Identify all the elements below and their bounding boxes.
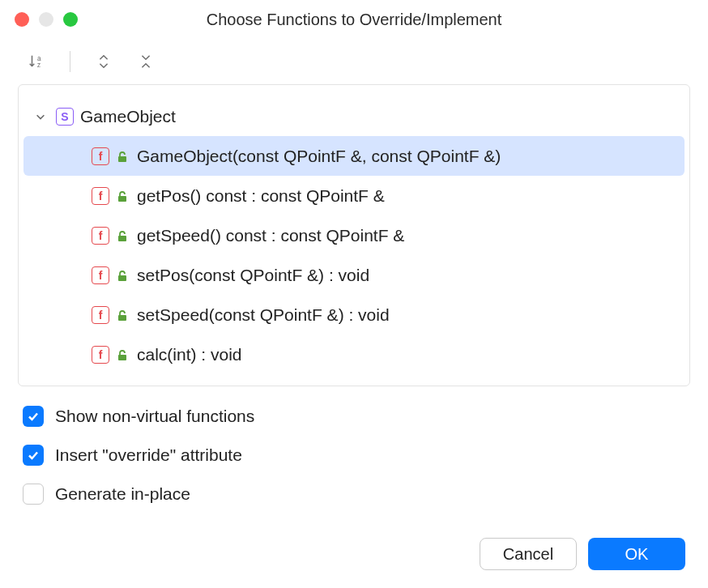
close-icon[interactable] [15,12,29,27]
tree-panel: S GameObject fGameObject(const QPointF &… [18,84,690,386]
tree-item-label: setSpeed(const QPointF &) : void [137,305,390,325]
option-label: Insert "override" attribute [55,445,242,465]
minimize-icon [39,12,53,27]
svg-rect-3 [118,196,126,202]
toolbar-divider [70,51,70,72]
tree-root-label: GameObject [80,107,176,126]
dialog-title: Choose Functions to Override/Implement [0,11,708,29]
collapse-all-button[interactable] [132,48,160,75]
checkbox[interactable] [23,484,44,505]
lock-icon [116,150,129,163]
tree-item-label: setPos(const QPointF &) : void [137,266,369,285]
function-icon: f [92,187,109,205]
option-insert-override[interactable]: Insert "override" attribute [23,445,685,466]
tree-item[interactable]: fgetSpeed() const : const QPointF & [23,215,685,255]
option-generate-in-place[interactable]: Generate in-place [23,484,685,505]
svg-rect-2 [118,156,126,162]
function-icon: f [92,306,109,324]
lock-icon [116,309,129,322]
checkbox[interactable] [23,406,44,427]
lock-icon [116,269,129,282]
function-icon: f [92,147,109,165]
lock-icon [116,190,129,202]
tree-item-label: getPos() const : const QPointF & [137,186,385,206]
tree-item[interactable]: fsetSpeed(const QPointF &) : void [23,295,685,334]
svg-rect-7 [118,355,126,360]
expand-all-button[interactable] [90,48,117,75]
tree-item[interactable]: fgetPos() const : const QPointF & [23,176,685,215]
function-icon: f [92,346,109,364]
svg-rect-5 [118,275,126,281]
sort-alpha-button[interactable]: az [23,48,50,75]
options: Show non-virtual functions Insert "overr… [0,386,708,505]
tree-item-label: calc(int) : void [137,345,242,364]
struct-icon: S [56,108,74,126]
lock-icon [116,348,129,361]
tree-item[interactable]: fsetPos(const QPointF &) : void [23,255,685,295]
option-label: Show non-virtual functions [55,407,254,426]
option-label: Generate in-place [55,484,190,504]
dialog-window: Choose Functions to Override/Implement a… [0,0,708,588]
svg-rect-6 [118,315,126,321]
tree-item[interactable]: fGameObject(const QPointF &, const QPoin… [23,136,685,176]
svg-text:z: z [37,62,41,69]
svg-rect-4 [118,236,126,241]
function-icon: f [92,266,109,284]
lock-icon [116,229,129,242]
footer: Cancel OK [0,522,708,588]
titlebar: Choose Functions to Override/Implement [0,0,708,39]
toolbar: az [0,39,708,84]
tree-item-label: GameObject(const QPointF &, const QPoint… [137,147,501,166]
option-show-non-virtual[interactable]: Show non-virtual functions [23,406,685,427]
cancel-button[interactable]: Cancel [480,538,577,570]
zoom-icon[interactable] [63,12,78,27]
ok-button[interactable]: OK [588,538,685,570]
checkbox[interactable] [23,445,44,466]
function-icon: f [92,227,109,245]
chevron-down-icon[interactable] [32,108,49,126]
tree-item-label: getSpeed() const : const QPointF & [137,226,404,245]
window-controls [15,12,78,27]
tree-root[interactable]: S GameObject [23,96,685,136]
tree-item[interactable]: fcalc(int) : void [23,334,685,374]
